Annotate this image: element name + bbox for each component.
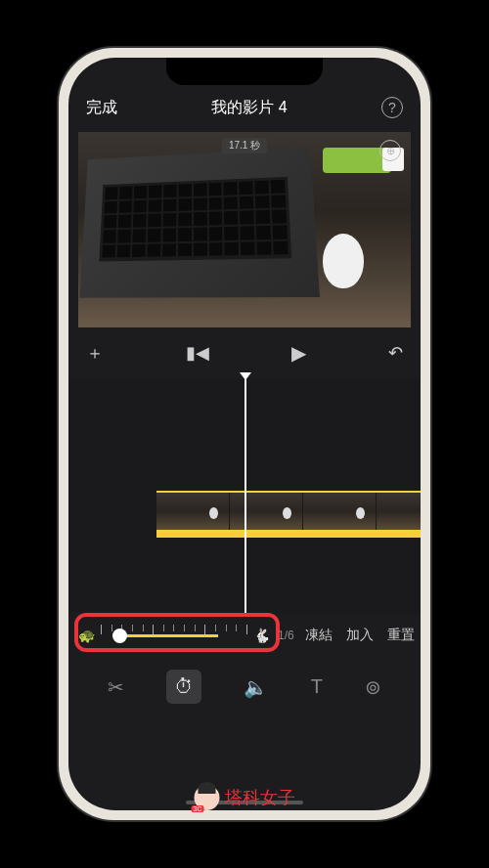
watermark: 3C 塔科女子 [195, 785, 295, 810]
speed-ratio-label: 1/6 [278, 629, 294, 642]
slider-thumb[interactable] [112, 629, 127, 643]
prev-frame-button[interactable]: ▮◀ [186, 342, 209, 364]
phone-frame: 完成 我的影片 4 ? 17.1 秒 ⊕ ＋ ▮◀ ▶ [59, 48, 430, 820]
bottom-toolbar: ✂ ⏱ 🔈 T ⊚ [68, 658, 421, 712]
watermark-badge: 3C [192, 805, 204, 812]
slider-track[interactable] [101, 634, 247, 637]
zoom-icon[interactable]: ⊕ [379, 140, 401, 161]
undo-button[interactable]: ↶ [388, 342, 403, 364]
speed-slider[interactable]: 🐢 🐇 [78, 621, 270, 650]
speed-controls-row: 🐢 🐇 1/6 凍結 加入 重置 [68, 613, 421, 658]
video-clip[interactable] [156, 491, 421, 538]
done-button[interactable]: 完成 [86, 98, 117, 118]
project-title: 我的影片 4 [211, 98, 287, 118]
playhead[interactable] [244, 378, 246, 613]
add-keyframe-button[interactable]: 加入 [346, 627, 374, 644]
duration-badge: 17.1 秒 [222, 138, 267, 153]
speed-tool[interactable]: ⏱ [166, 670, 201, 704]
watermark-avatar-icon: 3C [195, 785, 220, 810]
video-preview[interactable]: 17.1 秒 ⊕ [78, 132, 411, 327]
playback-controls: ＋ ▮◀ ▶ ↶ [68, 327, 421, 378]
timeline[interactable] [68, 378, 421, 613]
watermark-text: 塔科女子 [225, 786, 295, 809]
turtle-icon: 🐢 [78, 628, 95, 643]
play-button[interactable]: ▶ [291, 341, 306, 365]
add-media-button[interactable]: ＋ [86, 341, 104, 365]
preview-laptop [79, 148, 320, 298]
phone-screen: 完成 我的影片 4 ? 17.1 秒 ⊕ ＋ ▮◀ ▶ [68, 58, 421, 810]
rabbit-icon: 🐇 [253, 628, 270, 643]
reset-button[interactable]: 重置 [387, 627, 415, 644]
filter-tool[interactable]: ⊚ [365, 675, 381, 699]
cut-tool[interactable]: ✂ [108, 675, 124, 699]
help-button[interactable]: ? [381, 97, 403, 118]
text-tool[interactable]: T [311, 675, 323, 698]
preview-mouse [323, 234, 364, 288]
volume-tool[interactable]: 🔈 [244, 675, 268, 699]
notch [166, 58, 323, 85]
freeze-button[interactable]: 凍結 [305, 627, 333, 644]
